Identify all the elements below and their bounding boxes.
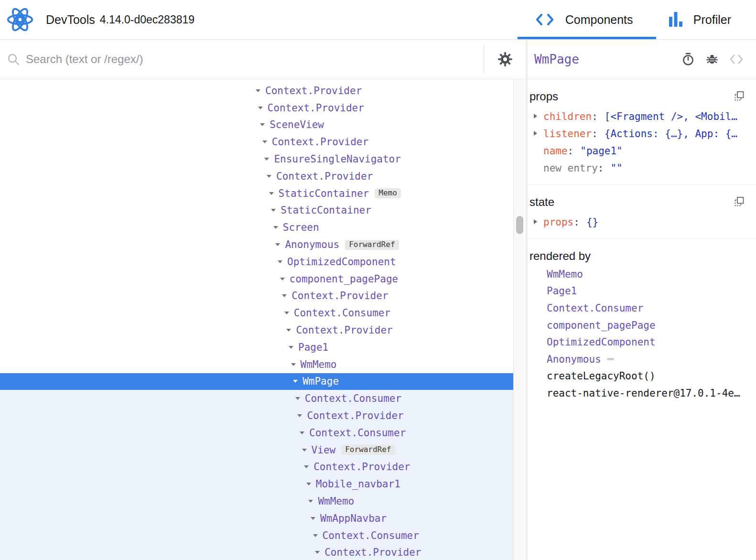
tree-row[interactable]: Context.Provider — [0, 407, 513, 424]
inspector-toolbar — [681, 53, 744, 66]
caret-down-icon[interactable] — [289, 346, 293, 349]
caret-down-icon[interactable] — [308, 500, 313, 503]
caret-down-icon[interactable] — [258, 107, 263, 109]
tree-row[interactable]: OptimizedComponent — [0, 253, 513, 270]
caret-down-icon[interactable] — [273, 226, 278, 229]
expand-arrow-icon[interactable] — [533, 131, 543, 137]
rendered-by-item[interactable]: Context.Consumer — [529, 300, 745, 317]
caret-down-icon[interactable] — [260, 123, 265, 126]
suspend-button[interactable] — [681, 53, 695, 66]
tab-profiler-label: Profiler — [693, 13, 731, 27]
component-tree[interactable]: Context.ProviderContext.ProviderSceneVie… — [0, 79, 526, 560]
tree-row[interactable]: AnonymousForwardRef — [0, 236, 513, 253]
prop-value[interactable]: {} — [586, 216, 598, 228]
rendered-by-name[interactable]: component_pagePage — [547, 320, 656, 331]
caret-down-icon[interactable] — [291, 363, 296, 366]
tree-row[interactable]: Context.Consumer — [0, 424, 513, 442]
tree-row[interactable]: Page1 — [0, 339, 513, 356]
prop-value[interactable]: "page1" — [580, 145, 623, 157]
caret-down-icon[interactable] — [280, 278, 285, 280]
tree-row[interactable]: WmPage — [0, 373, 513, 390]
tree-row[interactable]: Context.Consumer — [0, 304, 513, 322]
component-name: Context.Consumer — [294, 307, 390, 319]
kv-row: name:"page1" — [529, 142, 745, 160]
search-input[interactable] — [26, 53, 484, 66]
caret-down-icon[interactable] — [300, 431, 304, 434]
rendered-by-name[interactable]: Context.Consumer — [547, 302, 643, 314]
rendered-by-item[interactable]: Anonymous — [529, 351, 745, 368]
react-logo-icon — [7, 6, 33, 33]
caret-down-icon[interactable] — [269, 192, 274, 195]
caret-down-icon[interactable] — [311, 517, 315, 520]
tree-row[interactable]: EnsureSingleNavigator — [0, 151, 513, 168]
expand-arrow-icon[interactable] — [533, 219, 543, 225]
topbar: DevTools 4.14.0-d0ec283819 Components — [0, 0, 756, 40]
tree-row[interactable]: WmMemo — [0, 493, 513, 510]
caret-down-icon[interactable] — [306, 483, 311, 485]
tab-profiler[interactable]: Profiler — [656, 0, 744, 39]
copy-state-button[interactable] — [734, 196, 745, 208]
tree-row[interactable]: StaticContainer — [0, 202, 513, 219]
tree-row[interactable]: Context.Consumer — [0, 527, 513, 544]
caret-down-icon[interactable] — [284, 312, 289, 314]
caret-down-icon[interactable] — [304, 465, 309, 468]
rendered-by-name[interactable]: Page1 — [547, 285, 577, 297]
tab-components[interactable]: Components — [518, 0, 656, 39]
rendered-by-item[interactable]: Page1 — [529, 283, 745, 300]
caret-down-icon[interactable] — [278, 260, 282, 263]
caret-down-icon[interactable] — [315, 551, 320, 554]
state-section-label: state — [529, 195, 554, 209]
stopwatch-icon — [681, 53, 695, 66]
tree-row[interactable]: Context.Provider — [0, 288, 513, 305]
tree-row[interactable]: Context.Provider — [0, 168, 513, 185]
tree-scrollbar[interactable] — [513, 79, 526, 560]
tree-row[interactable]: Context.Provider — [0, 82, 513, 99]
truncated-badge — [607, 358, 614, 360]
caret-down-icon[interactable] — [262, 140, 267, 143]
tree-row[interactable]: component_pagePage — [0, 270, 513, 288]
tree-row[interactable]: Context.Provider — [0, 459, 513, 476]
caret-down-icon[interactable] — [282, 294, 287, 297]
tree-row[interactable]: ViewForwardRef — [0, 442, 513, 459]
prop-key: listener — [543, 128, 592, 140]
tree-row[interactable]: WmAppNavbar — [0, 510, 513, 527]
prop-value[interactable]: {Actions: {…}, App: {… — [605, 128, 737, 140]
tree-row[interactable]: Context.Provider — [0, 133, 513, 151]
caret-down-icon[interactable] — [295, 397, 300, 400]
rendered-by-item[interactable]: component_pagePage — [529, 317, 745, 334]
copy-props-button[interactable] — [734, 91, 745, 103]
tree-row[interactable]: Mobile_navbar1 — [0, 475, 513, 493]
prop-value[interactable]: "" — [610, 162, 622, 174]
tree-row[interactable]: WmMemo — [0, 356, 513, 373]
expand-arrow-icon[interactable] — [533, 114, 543, 119]
rendered-by-name[interactable]: WmMemo — [547, 269, 583, 280]
tree-row[interactable]: Screen — [0, 219, 513, 236]
tree-row[interactable]: SceneView — [0, 117, 513, 134]
rendered-by-name[interactable]: Anonymous — [547, 354, 601, 365]
caret-down-icon[interactable] — [302, 449, 307, 452]
rendered-by-name: createLegacyRoot() — [547, 370, 656, 382]
caret-down-icon[interactable] — [267, 175, 271, 178]
caret-down-icon[interactable] — [271, 209, 276, 212]
view-source-button[interactable] — [729, 54, 744, 65]
rendered-by-item[interactable]: WmMemo — [529, 266, 745, 283]
caret-down-icon[interactable] — [293, 380, 298, 383]
tree-row[interactable]: Context.Provider — [0, 99, 513, 117]
debug-log-button[interactable] — [705, 53, 719, 66]
caret-down-icon[interactable] — [297, 414, 302, 417]
tree-row[interactable]: StaticContainerMemo — [0, 185, 513, 202]
caret-down-icon[interactable] — [286, 329, 291, 332]
tree-row[interactable]: Context.Provider — [0, 544, 513, 560]
rendered-by-name[interactable]: OptimizedComponent — [547, 336, 656, 348]
settings-button[interactable] — [484, 52, 526, 67]
prop-value[interactable]: [<Fragment />, <Mobil… — [605, 111, 737, 122]
components-panel: Context.ProviderContext.ProviderSceneVie… — [0, 40, 526, 560]
caret-down-icon[interactable] — [275, 243, 280, 246]
rendered-by-item[interactable]: OptimizedComponent — [529, 334, 745, 351]
tree-scrollbar-thumb[interactable] — [516, 216, 523, 234]
tree-row[interactable]: Context.Consumer — [0, 390, 513, 407]
caret-down-icon[interactable] — [256, 89, 260, 92]
tree-row[interactable]: Context.Provider — [0, 322, 513, 339]
caret-down-icon[interactable] — [264, 158, 269, 161]
caret-down-icon[interactable] — [313, 534, 318, 537]
